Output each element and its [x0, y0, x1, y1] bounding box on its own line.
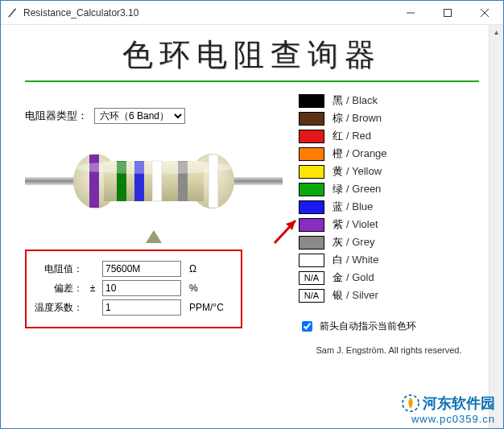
color-swatch[interactable]: N/A	[299, 271, 324, 285]
watermark-line1: 河东软件园	[423, 394, 495, 413]
color-swatch[interactable]	[299, 130, 324, 143]
maximize-button[interactable]	[429, 1, 466, 24]
color-row-yellow[interactable]: 黄 / Yellow	[299, 163, 479, 180]
app-window: Resistance_Calculator3.10 ▴ 色环电阻查询器	[0, 0, 504, 429]
results-box: 电阻值： Ω 偏差： ± % 温度系数：	[25, 250, 242, 328]
titlebar: Resistance_Calculator3.10	[1, 1, 503, 25]
color-row-black[interactable]: 黑 / Black	[299, 92, 479, 109]
color-row-gold[interactable]: N/A金 / Gold	[299, 269, 479, 287]
band-6[interactable]	[209, 155, 218, 208]
color-label: 黄 / Yellow	[333, 164, 382, 179]
title-divider	[25, 80, 479, 82]
svg-rect-1	[444, 9, 452, 16]
maximize-icon	[444, 9, 452, 17]
tolerance-value-input[interactable]	[102, 280, 181, 296]
color-label: 黑 / Black	[333, 93, 378, 108]
arrow-up-icon	[146, 230, 162, 243]
color-swatch[interactable]: N/A	[299, 289, 324, 303]
auto-arrow-checkbox-row[interactable]: 箭头自动指示当前色环	[299, 319, 479, 334]
color-row-brown[interactable]: 棕 / Brown	[299, 109, 479, 127]
tempco-label: 温度系数：	[35, 301, 83, 315]
color-label: 红 / Red	[333, 129, 371, 143]
minimize-icon	[407, 9, 415, 17]
close-icon	[481, 9, 489, 17]
band-1[interactable]	[89, 155, 99, 208]
svg-point-9	[73, 161, 234, 174]
watermark: 河东软件园 www.pc0359.cn	[402, 394, 495, 425]
resistor-graphic	[25, 137, 283, 225]
color-row-violet[interactable]: 紫 / Violet	[299, 216, 479, 233]
page-title: 色环电阻查询器	[25, 35, 479, 76]
content-area: 色环电阻查询器 电阻器类型： 六环（6 Band）	[1, 25, 503, 428]
color-label: 蓝 / Blue	[333, 200, 373, 214]
color-label: 金 / Gold	[333, 270, 374, 285]
resistor-type-row: 电阻器类型： 六环（6 Band）	[25, 108, 283, 124]
color-swatch[interactable]	[299, 183, 324, 196]
resistance-unit: Ω	[189, 263, 196, 274]
color-swatch[interactable]	[299, 147, 324, 161]
auto-arrow-label: 箭头自动指示当前色环	[320, 320, 416, 333]
svg-rect-5	[226, 177, 283, 185]
color-row-red[interactable]: 红 / Red	[299, 127, 479, 145]
watermark-line2: www.pc0359.cn	[402, 413, 495, 425]
annotation-arrow-icon	[271, 214, 304, 246]
color-chart: 黑 / Black棕 / Brown红 / Red橙 / Orange黄 / Y…	[299, 92, 479, 304]
color-row-silver[interactable]: N/A银 / Silver	[299, 287, 479, 304]
copyright-text: Sam J. Engström. All rights reserved.	[299, 345, 479, 355]
resistor-type-select[interactable]: 六环（6 Band）	[94, 108, 185, 124]
tempco-value-input[interactable]	[102, 299, 181, 316]
color-row-orange[interactable]: 橙 / Orange	[299, 145, 479, 163]
svg-rect-4	[25, 177, 81, 185]
app-icon	[7, 7, 19, 19]
close-button[interactable]	[466, 1, 503, 24]
tempco-unit: PPM/°C	[189, 302, 224, 313]
window-title: Resistance_Calculator3.10	[23, 7, 138, 19]
resistor-type-label: 电阻器类型：	[25, 109, 88, 123]
resistance-value-input[interactable]	[102, 261, 181, 277]
color-swatch[interactable]	[299, 94, 324, 108]
right-pane: 黑 / Black棕 / Brown红 / Red橙 / Orange黄 / Y…	[299, 92, 479, 355]
color-label: 灰 / Grey	[333, 235, 374, 250]
plus-minus-symbol: ±	[88, 283, 97, 294]
color-row-white[interactable]: 白 / White	[299, 251, 479, 269]
color-row-green[interactable]: 绿 / Green	[299, 180, 479, 198]
color-label: 银 / Silver	[333, 288, 378, 303]
minimize-button[interactable]	[392, 1, 429, 24]
auto-arrow-checkbox[interactable]	[302, 321, 312, 332]
color-row-grey[interactable]: 灰 / Grey	[299, 233, 479, 251]
color-label: 绿 / Green	[333, 182, 381, 196]
color-swatch[interactable]	[299, 200, 324, 214]
left-pane: 电阻器类型： 六环（6 Band）	[25, 92, 283, 355]
color-label: 橙 / Orange	[333, 146, 387, 161]
color-label: 紫 / Violet	[333, 217, 378, 232]
resistance-label: 电阻值：	[35, 262, 83, 276]
color-row-blue[interactable]: 蓝 / Blue	[299, 198, 479, 216]
color-label: 白 / White	[333, 253, 378, 267]
window-controls	[392, 1, 503, 24]
color-swatch[interactable]	[299, 165, 324, 179]
tolerance-label: 偏差：	[35, 282, 83, 295]
watermark-logo-icon	[402, 394, 419, 412]
color-swatch[interactable]	[299, 112, 324, 126]
color-swatch[interactable]	[299, 254, 324, 267]
tolerance-unit: %	[189, 283, 198, 294]
color-label: 棕 / Brown	[333, 111, 382, 126]
current-band-arrow	[25, 230, 283, 243]
